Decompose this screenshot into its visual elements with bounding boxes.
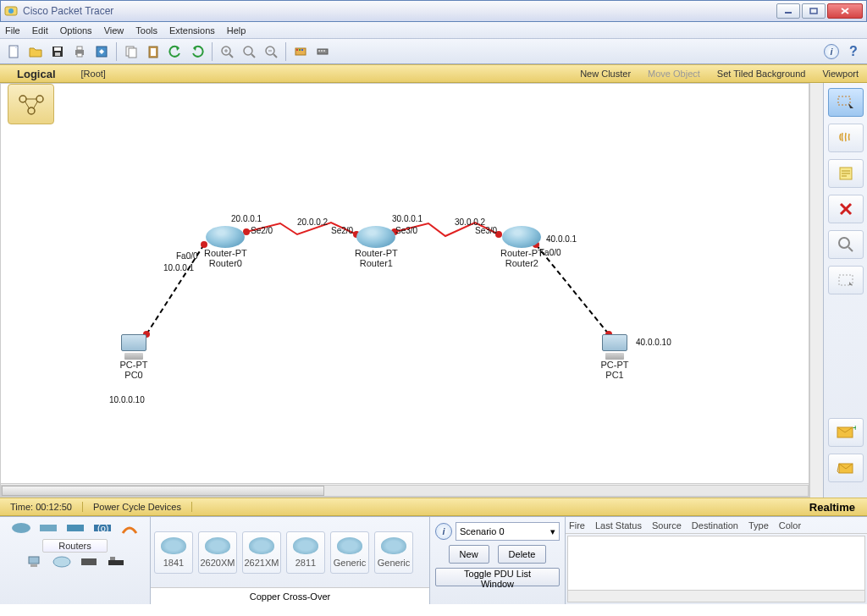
canvas-horizontal-scrollbar[interactable] [1, 483, 809, 497]
category-enddevices-icon[interactable] [24, 554, 46, 569]
logical-label[interactable]: Logical [0, 68, 73, 80]
category-connections-icon[interactable] [119, 520, 141, 536]
svg-line-59 [848, 247, 853, 251]
menu-tools[interactable]: Tools [135, 25, 157, 36]
pdu-col-destination[interactable]: Destination [692, 520, 738, 531]
ip-label: 10.0.0.10 [109, 395, 145, 404]
device-pc1[interactable]: PC-PT PC1 [599, 334, 631, 380]
power-cycle-button[interactable]: Power Cycle Devices [83, 502, 192, 512]
copy-icon[interactable] [121, 41, 141, 62]
palette-icon[interactable] [290, 41, 311, 62]
viewport-button[interactable]: Viewport [814, 69, 867, 79]
category-routers-icon[interactable] [10, 520, 32, 536]
category-switches-icon[interactable] [37, 520, 59, 536]
device-item[interactable]: Generic [330, 531, 369, 574]
delete-tool-icon[interactable] [828, 195, 864, 223]
undo-icon[interactable] [165, 41, 185, 62]
device-category-panel: (o) Routers [0, 517, 151, 604]
pdu-col-source[interactable]: Source [652, 520, 682, 531]
menu-view[interactable]: View [104, 25, 124, 36]
minimize-button[interactable] [776, 3, 800, 19]
toggle-pdu-list-button[interactable]: Toggle PDU List Window [435, 568, 560, 586]
pdu-col-last-status[interactable]: Last Status [595, 520, 642, 531]
topology-canvas[interactable]: Router-PT Router0 Router-PT Router1 Rout… [0, 83, 809, 498]
pdu-col-color[interactable]: Color [779, 520, 801, 531]
wizard-icon[interactable] [91, 41, 112, 62]
device-type-label: Router-PT [355, 248, 398, 258]
realtime-label[interactable]: Realtime [798, 501, 867, 514]
device-type-label: Router-PT [204, 248, 247, 258]
ip-label: 20.0.0.1 [231, 214, 262, 223]
category-multiuser-icon[interactable] [105, 554, 127, 569]
ip-label: 10.0.0.1 [163, 263, 194, 272]
custom-device-icon[interactable] [312, 41, 333, 62]
new-file-icon[interactable] [3, 41, 24, 62]
menu-help[interactable]: Help [227, 25, 246, 36]
logical-physical-toggle[interactable] [8, 84, 54, 124]
category-wan-icon[interactable] [51, 554, 73, 569]
device-item[interactable]: Generic [374, 531, 413, 574]
device-pc0[interactable]: PC-PT PC0 [118, 334, 150, 380]
app-icon [4, 4, 18, 18]
device-router1[interactable]: Router-PT Router1 [355, 226, 398, 268]
open-file-icon[interactable] [25, 41, 46, 62]
select-tool-icon[interactable] [828, 88, 864, 117]
category-wireless-icon[interactable]: (o) [91, 520, 113, 536]
svg-rect-73 [108, 560, 124, 565]
category-hubs-icon[interactable] [64, 520, 86, 536]
info-icon[interactable]: i [821, 41, 842, 62]
set-background-button[interactable]: Set Tiled Background [709, 69, 815, 79]
root-breadcrumb[interactable]: [Root] [73, 69, 114, 79]
ip-label: 40.0.0.1 [546, 234, 577, 244]
pdu-list-body[interactable] [567, 536, 865, 602]
pdu-col-type[interactable]: Type [748, 520, 769, 531]
svg-point-71 [53, 557, 70, 567]
pdu-horizontal-scrollbar[interactable] [568, 590, 864, 602]
svg-rect-9 [55, 52, 60, 56]
pdu-col-fire[interactable]: Fire [569, 520, 585, 531]
device-name-label: PC1 [605, 370, 623, 380]
svg-rect-69 [29, 557, 39, 564]
device-item[interactable]: 2811 [286, 531, 325, 574]
redo-icon[interactable] [187, 41, 207, 62]
zoom-out-icon[interactable] [261, 41, 281, 62]
menu-edit[interactable]: Edit [32, 25, 48, 36]
close-button[interactable] [827, 3, 863, 19]
canvas-vertical-scrollbar[interactable] [809, 83, 823, 498]
device-router2[interactable]: Router-PT Router2 [500, 226, 544, 268]
paste-icon[interactable] [143, 41, 163, 62]
svg-rect-29 [299, 49, 301, 51]
inspect-tool-icon[interactable] [828, 230, 864, 259]
device-item[interactable]: 2620XM [198, 531, 237, 574]
interface-label: Se2/0 [331, 226, 353, 235]
window-title: Cisco Packet Tracer [23, 5, 776, 17]
new-cluster-button[interactable]: New Cluster [572, 69, 639, 79]
menu-extensions[interactable]: Extensions [169, 25, 215, 36]
scenario-panel: i Scenario 0 ▾ New Delete Toggle PDU Lis… [430, 517, 566, 604]
scenario-info-icon[interactable]: i [435, 523, 452, 540]
print-icon[interactable] [69, 41, 90, 62]
device-item[interactable]: 2621XM [242, 531, 281, 574]
device-list-panel: 1841 2620XM 2621XM 2811 Generic Generic … [151, 517, 430, 604]
scenario-select[interactable]: Scenario 0 ▾ [456, 522, 560, 541]
help-icon[interactable]: ? [843, 41, 864, 62]
save-icon[interactable] [47, 41, 68, 62]
new-scenario-button[interactable]: New [449, 545, 489, 564]
category-custom-icon[interactable] [78, 554, 100, 569]
add-complex-pdu-icon[interactable] [828, 454, 864, 482]
zoom-in-icon[interactable] [217, 41, 237, 62]
device-item[interactable]: 1841 [154, 531, 193, 574]
device-router0[interactable]: Router-PT Router0 [204, 226, 247, 268]
note-tool-icon[interactable] [828, 159, 864, 188]
svg-rect-65 [40, 525, 57, 531]
pdu-list-panel: Fire Last Status Source Destination Type… [566, 517, 867, 604]
move-tool-icon[interactable] [828, 124, 864, 152]
zoom-reset-icon[interactable] [239, 41, 259, 62]
svg-point-1 [8, 8, 14, 14]
menu-file[interactable]: File [5, 25, 20, 36]
add-simple-pdu-icon[interactable]: + [828, 418, 864, 447]
menu-options[interactable]: Options [60, 25, 92, 36]
resize-tool-icon[interactable] [828, 266, 864, 294]
maximize-button[interactable] [802, 3, 826, 19]
delete-scenario-button[interactable]: Delete [498, 545, 547, 564]
